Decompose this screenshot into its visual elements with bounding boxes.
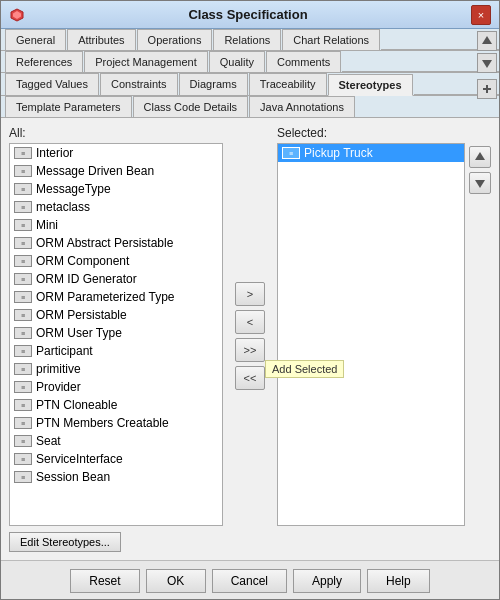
list-item[interactable]: ≡ PTN Cloneable — [10, 396, 222, 414]
tab-tagged-values[interactable]: Tagged Values — [5, 73, 99, 95]
remove-button[interactable]: < — [235, 310, 265, 334]
window-icon — [9, 7, 25, 23]
selected-list[interactable]: ≡ Pickup Truck — [277, 143, 465, 526]
item-icon: ≡ — [14, 399, 32, 411]
all-label: All: — [9, 126, 223, 140]
tab-chart-relations[interactable]: Chart Relations — [282, 29, 380, 50]
svg-marker-6 — [475, 152, 485, 160]
list-item[interactable]: ≡ ORM ID Generator — [10, 270, 222, 288]
title-bar: Class Specification × — [1, 1, 499, 29]
selected-panel: Selected: ≡ Pickup Truck — [277, 126, 465, 526]
remove-all-button[interactable]: << — [235, 366, 265, 390]
list-item[interactable]: ≡ ServiceInterface — [10, 450, 222, 468]
tab-project-management[interactable]: Project Management — [84, 51, 208, 72]
transfer-buttons: > < Add Selected >> << — [231, 126, 269, 526]
list-item[interactable]: ≡ Seat — [10, 432, 222, 450]
item-icon: ≡ — [14, 345, 32, 357]
list-item[interactable]: ≡ ORM User Type — [10, 324, 222, 342]
move-up-button[interactable] — [469, 146, 491, 168]
list-item[interactable]: ≡ Mini — [10, 216, 222, 234]
tab-operations[interactable]: Operations — [137, 29, 213, 50]
list-item[interactable]: ≡ metaclass — [10, 198, 222, 216]
item-icon: ≡ — [14, 453, 32, 465]
item-icon: ≡ — [14, 471, 32, 483]
tab-attributes[interactable]: Attributes — [67, 29, 135, 50]
tab-stereotypes[interactable]: Stereotypes — [328, 74, 413, 96]
tab-comments[interactable]: Comments — [266, 51, 341, 72]
content-area: All: ≡ Interior ≡ Message Driven Bean ≡ … — [9, 126, 491, 526]
add-button[interactable]: > — [235, 282, 265, 306]
item-icon: ≡ — [14, 255, 32, 267]
apply-button[interactable]: Apply — [293, 569, 361, 593]
move-down-button[interactable] — [469, 172, 491, 194]
list-item[interactable]: ≡ Participant — [10, 342, 222, 360]
ok-button[interactable]: OK — [146, 569, 206, 593]
reorder-buttons — [469, 126, 491, 526]
add-all-button[interactable]: >> — [235, 338, 265, 362]
item-icon: ≡ — [14, 219, 32, 231]
list-item[interactable]: ≡ Session Bean — [10, 468, 222, 486]
selected-item-icon: ≡ — [282, 147, 300, 159]
tab-relations[interactable]: Relations — [213, 29, 281, 50]
reset-button[interactable]: Reset — [70, 569, 139, 593]
tab-traceability[interactable]: Traceability — [249, 73, 327, 95]
item-icon: ≡ — [14, 237, 32, 249]
item-icon: ≡ — [14, 201, 32, 213]
class-specification-window: Class Specification × General Attributes… — [0, 0, 500, 600]
list-item[interactable]: ≡ ORM Persistable — [10, 306, 222, 324]
list-item[interactable]: ≡ ORM Abstract Persistable — [10, 234, 222, 252]
tabs-container: General Attributes Operations Relations … — [1, 29, 499, 118]
tab-references[interactable]: References — [5, 51, 83, 72]
tabs-row-1: General Attributes Operations Relations … — [1, 29, 499, 51]
item-icon: ≡ — [14, 147, 32, 159]
list-item[interactable]: ≡ Provider — [10, 378, 222, 396]
item-icon: ≡ — [14, 273, 32, 285]
svg-marker-7 — [475, 180, 485, 188]
item-icon: ≡ — [14, 435, 32, 447]
tab-java-annotations[interactable]: Java Annotations — [249, 96, 355, 117]
svg-marker-2 — [482, 36, 492, 44]
list-item[interactable]: ≡ PTN Members Creatable — [10, 414, 222, 432]
all-list[interactable]: ≡ Interior ≡ Message Driven Bean ≡ Messa… — [9, 143, 223, 526]
side-button-down[interactable] — [477, 53, 497, 73]
selected-list-item[interactable]: ≡ Pickup Truck — [278, 144, 464, 162]
selected-label: Selected: — [277, 126, 465, 140]
footer-buttons: Reset OK Cancel Apply Help — [1, 560, 499, 599]
item-icon: ≡ — [14, 183, 32, 195]
window-title: Class Specification — [25, 7, 471, 22]
tab-class-code-details[interactable]: Class Code Details — [133, 96, 249, 117]
tab-general[interactable]: General — [5, 29, 66, 50]
item-icon: ≡ — [14, 381, 32, 393]
item-icon: ≡ — [14, 417, 32, 429]
list-item[interactable]: ≡ MessageType — [10, 180, 222, 198]
list-item[interactable]: ≡ primitive — [10, 360, 222, 378]
all-panel: All: ≡ Interior ≡ Message Driven Bean ≡ … — [9, 126, 223, 526]
tab-quality[interactable]: Quality — [209, 51, 265, 72]
item-icon: ≡ — [14, 291, 32, 303]
bottom-bar: Edit Stereotypes... — [9, 526, 491, 552]
tab-diagrams[interactable]: Diagrams — [179, 73, 248, 95]
tabs-row-3: Tagged Values Constraints Diagrams Trace… — [1, 73, 499, 96]
help-button[interactable]: Help — [367, 569, 430, 593]
tabs-row-4: Template Parameters Class Code Details J… — [1, 96, 499, 118]
list-item[interactable]: ≡ Message Driven Bean — [10, 162, 222, 180]
cancel-button[interactable]: Cancel — [212, 569, 287, 593]
list-item[interactable]: ≡ ORM Component — [10, 252, 222, 270]
right-area: Selected: ≡ Pickup Truck — [277, 126, 491, 526]
list-item[interactable]: ≡ ORM Parameterized Type — [10, 288, 222, 306]
side-button-up[interactable] — [477, 31, 497, 51]
item-icon: ≡ — [14, 363, 32, 375]
item-icon: ≡ — [14, 165, 32, 177]
svg-marker-3 — [482, 60, 492, 68]
tab-template-parameters[interactable]: Template Parameters — [5, 96, 132, 117]
item-icon: ≡ — [14, 309, 32, 321]
tab-constraints[interactable]: Constraints — [100, 73, 178, 95]
main-content: All: ≡ Interior ≡ Message Driven Bean ≡ … — [1, 118, 499, 560]
item-icon: ≡ — [14, 327, 32, 339]
edit-stereotypes-button[interactable]: Edit Stereotypes... — [9, 532, 121, 552]
side-button-add[interactable] — [477, 79, 497, 99]
close-button[interactable]: × — [471, 5, 491, 25]
list-item[interactable]: ≡ Interior — [10, 144, 222, 162]
tabs-row-2: References Project Management Quality Co… — [1, 51, 499, 73]
